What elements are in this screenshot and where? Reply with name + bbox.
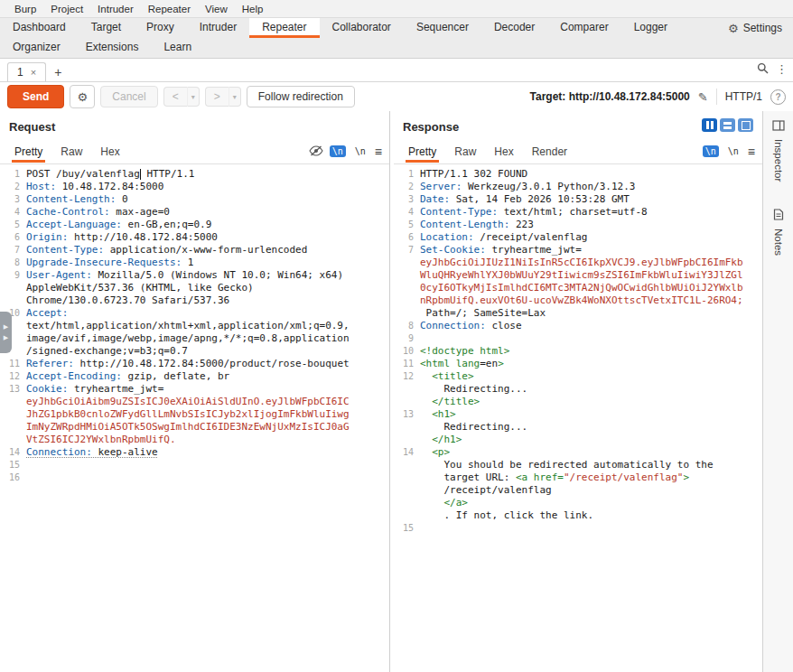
request-tab-hex[interactable]: Hex (91, 141, 128, 163)
code-line[interactable]: 3Date: Sat, 14 Feb 2026 10:53:28 GMT (394, 193, 762, 206)
layout-columns-button[interactable] (702, 118, 717, 132)
code-line[interactable]: text/html,application/xhtml+xml,applicat… (0, 320, 389, 332)
code-line[interactable]: You should be redirected automatically t… (394, 459, 762, 471)
code-line[interactable]: Redirecting... (394, 383, 762, 396)
code-line[interactable]: 1HTTP/1.1 302 FOUND (394, 168, 762, 181)
tab-organizer[interactable]: Organizer (0, 38, 73, 58)
edit-target-icon[interactable]: ✎ (698, 90, 708, 104)
code-line[interactable]: ImNyZWRpdHMiOiA5OTk5OSwgImlhdCI6IDE3NzEw… (0, 421, 389, 434)
response-editor[interactable]: 1HTTP/1.1 302 FOUND2Server: Werkzeug/3.0… (394, 164, 762, 672)
code-line[interactable]: 7Set-Cookie: tryheartme_jwt= (394, 244, 762, 257)
tab-learn[interactable]: Learn (151, 38, 204, 58)
code-line[interactable]: Redirecting... (394, 421, 762, 434)
code-line[interactable]: WluQHRyeWhlYXJ0bWUuY29tIiwicm9sZSI6ImFkb… (394, 269, 762, 282)
code-line[interactable]: 0cyI6OTkyMjIsImlhdCI6MTc3MTA2NjQwOCwidGh… (394, 282, 762, 294)
help-icon[interactable]: ? (770, 89, 786, 105)
request-tab-raw[interactable]: Raw (51, 141, 91, 163)
wrap-newlines-icon[interactable]: \n (330, 145, 346, 157)
notes-icon[interactable] (773, 209, 784, 220)
code-line[interactable]: nRpbmUifQ.euxVOt6U-ucoVwZBk4WoNXOttscTVe… (394, 294, 762, 307)
show-newlines-icon[interactable]: \n (725, 145, 742, 157)
layout-single-button[interactable] (738, 118, 753, 132)
menu-repeater[interactable]: Repeater (141, 2, 198, 16)
code-line[interactable]: Path=/; SameSite=Lax (394, 307, 762, 320)
search-icon[interactable] (757, 62, 769, 74)
menu-burp[interactable]: Burp (7, 2, 43, 16)
code-line[interactable]: 6Location: /receipt/valenflag (394, 231, 762, 244)
close-tab-icon[interactable]: × (31, 67, 36, 78)
tab-intruder[interactable]: Intruder (187, 18, 249, 38)
menu-help[interactable]: Help (235, 2, 271, 16)
tab-repeater[interactable]: Repeater (249, 18, 319, 38)
chevron-down-icon[interactable]: ▾ (188, 87, 200, 107)
menu-view[interactable]: View (198, 2, 235, 16)
tab-target[interactable]: Target (79, 18, 134, 38)
editor-menu-icon[interactable]: ≡ (748, 145, 755, 159)
tab-sequencer[interactable]: Sequencer (404, 18, 481, 38)
code-line[interactable]: 9 (394, 332, 762, 345)
request-editor[interactable]: 1POST /buy/valenflag HTTP/1.12Host: 10.4… (0, 164, 389, 672)
code-line[interactable]: 16 (0, 471, 389, 484)
code-line[interactable]: 4Cache-Control: max-age=0 (0, 206, 389, 219)
code-line[interactable]: eyJhbGciOiAibm9uZSIsICJ0eXAiOiAiSldUInO.… (0, 396, 389, 408)
code-line[interactable]: 11Referer: http://10.48.172.84:5000/prod… (0, 358, 389, 370)
code-line[interactable]: 13 <h1> (394, 408, 762, 421)
code-line[interactable]: 15 (0, 459, 389, 471)
code-line[interactable]: /receipt/valenflag (394, 484, 762, 497)
code-line[interactable]: 12Accept-Encoding: gzip, deflate, br (0, 370, 389, 383)
menu-intruder[interactable]: Intruder (90, 2, 141, 16)
send-settings-button[interactable]: ⚙ (70, 85, 95, 108)
add-tab-button[interactable]: + (46, 63, 70, 81)
tab-collaborator[interactable]: Collaborator (320, 18, 404, 38)
sidebar-tab-notes[interactable]: Notes (773, 229, 784, 256)
code-line[interactable]: 11<html lang=en> (394, 358, 762, 370)
code-line[interactable]: 4Content-Type: text/html; charset=utf-8 (394, 206, 762, 219)
code-line[interactable]: target URL: <a href="/receipt/valenflag"… (394, 471, 762, 484)
code-line[interactable]: 13Cookie: tryheartme_jwt= (0, 383, 389, 396)
tab-dashboard[interactable]: Dashboard (0, 18, 79, 38)
hide-eye-icon[interactable] (309, 145, 323, 156)
code-line[interactable]: . If not, click the link. (394, 509, 762, 522)
code-line[interactable]: eyJhbGciOiJIUzI1NiIsInR5cCI6IkpXVCJ9.eyJ… (394, 257, 762, 269)
code-line[interactable]: Chrome/130.0.6723.70 Safari/537.36 (0, 294, 389, 307)
code-line[interactable]: 12 <title> (394, 370, 762, 383)
chevron-down-icon[interactable]: ▾ (229, 87, 241, 107)
http-version-selector[interactable]: HTTP/1 (725, 90, 762, 103)
response-tab-hex[interactable]: Hex (485, 141, 522, 163)
inspector-icon[interactable] (772, 120, 785, 131)
panel-collapse-handle[interactable]: ▶ ▶ (0, 312, 12, 353)
code-line[interactable]: 6Origin: http://10.48.172.84:5000 (0, 231, 389, 244)
code-line[interactable]: AppleWebKit/537.36 (KHTML, like Gecko) (0, 282, 389, 294)
code-line[interactable]: 5Content-Length: 223 (394, 219, 762, 231)
history-forward-button[interactable]: > ▾ (205, 87, 241, 107)
code-line[interactable]: image/avif,image/webp,image/apng,*/*;q=0… (0, 332, 389, 345)
code-line[interactable]: /signed-exchange;v=b3;q=0.7 (0, 345, 389, 358)
code-line[interactable]: 14 <p> (394, 446, 762, 459)
history-back-button[interactable]: < ▾ (163, 87, 200, 107)
settings-button[interactable]: ⚙ Settings (717, 18, 793, 38)
show-newlines-icon[interactable]: \n (352, 145, 369, 157)
code-line[interactable]: 7Content-Type: application/x-www-form-ur… (0, 244, 389, 257)
sidebar-tab-inspector[interactable]: Inspector (773, 139, 784, 182)
code-line[interactable]: </title> (394, 396, 762, 408)
code-line[interactable]: JhZG1pbkB0cnloZWFydGllLmNvbSIsICJyb2xlIj… (0, 408, 389, 421)
tab-decoder[interactable]: Decoder (481, 18, 547, 38)
response-tab-render[interactable]: Render (523, 141, 576, 163)
response-tab-pretty[interactable]: Pretty (399, 141, 445, 163)
menu-project[interactable]: Project (43, 2, 90, 16)
code-line[interactable]: 14Connection: keep-alive (0, 446, 389, 459)
code-line[interactable]: 8Upgrade-Insecure-Requests: 1 (0, 257, 389, 269)
code-line[interactable]: 1POST /buy/valenflag HTTP/1.1 (0, 168, 389, 181)
cancel-button[interactable]: Cancel (100, 86, 157, 107)
code-line[interactable]: 3Content-Length: 0 (0, 193, 389, 206)
repeater-tab-1[interactable]: 1 × (7, 62, 46, 81)
wrap-newlines-icon[interactable]: \n (703, 145, 719, 157)
code-line[interactable]: </a> (394, 497, 762, 509)
tab-proxy[interactable]: Proxy (134, 18, 187, 38)
response-tab-raw[interactable]: Raw (445, 141, 485, 163)
code-line[interactable]: </h1> (394, 434, 762, 446)
tab-logger[interactable]: Logger (621, 18, 680, 38)
code-line[interactable]: 8Connection: close (394, 320, 762, 332)
request-tab-pretty[interactable]: Pretty (5, 141, 51, 163)
send-button[interactable]: Send (7, 85, 64, 108)
